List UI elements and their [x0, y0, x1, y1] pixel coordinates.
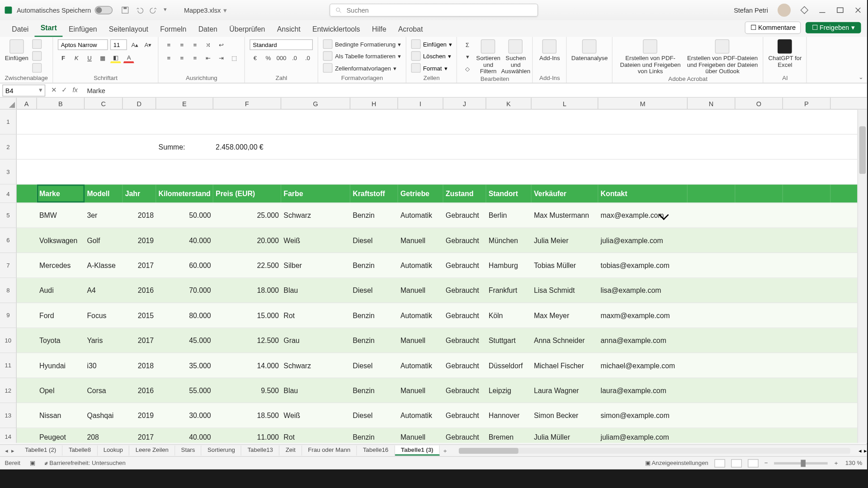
decrease-font-icon[interactable]: A▾ [142, 39, 153, 50]
cell[interactable] [735, 110, 783, 134]
view-pagebreak-icon[interactable] [748, 459, 759, 467]
cell[interactable]: Köln [486, 303, 531, 328]
col-header-H[interactable]: H [350, 98, 398, 109]
freigeben-button[interactable]: ☐ Freigeben▾ [806, 22, 861, 33]
cell[interactable] [37, 110, 85, 134]
hscroll-right-icon[interactable]: ▸ [864, 447, 867, 454]
cell[interactable] [398, 160, 443, 184]
cell[interactable]: 2016 [123, 378, 156, 403]
cell[interactable] [688, 135, 735, 159]
cell[interactable] [17, 378, 37, 403]
cell[interactable] [213, 160, 281, 184]
cell[interactable] [281, 110, 350, 134]
col-header-P[interactable]: P [783, 98, 830, 109]
cell[interactable]: i30 [85, 353, 123, 378]
cell[interactable] [123, 160, 156, 184]
cell[interactable] [17, 185, 37, 203]
zoom-slider[interactable] [774, 462, 828, 464]
cell[interactable]: 18.500 [213, 403, 281, 427]
cell[interactable]: 2017 [123, 428, 156, 443]
cell[interactable] [688, 403, 735, 427]
cell[interactable] [783, 378, 830, 403]
cell[interactable]: Benzin [350, 328, 398, 352]
col-header-N[interactable]: N [688, 98, 735, 109]
row-header-5[interactable]: 5 [0, 203, 17, 228]
pdf-share-link-button[interactable]: Erstellen von PDF-Dateien und Freigeben … [618, 39, 683, 75]
cell[interactable]: 70.000 [156, 278, 213, 303]
cell[interactable]: Blau [281, 278, 350, 303]
cell[interactable] [350, 110, 398, 134]
zoom-value[interactable]: 130 % [845, 460, 862, 466]
cell[interactable]: 80.000 [156, 303, 213, 328]
conditional-format-button[interactable]: Bedingte Formatierung ▾ [323, 39, 401, 49]
cell[interactable] [281, 160, 350, 184]
cell[interactable]: Gebraucht [443, 428, 486, 443]
tab-ansicht[interactable]: Ansicht [271, 22, 307, 37]
search-box[interactable] [329, 4, 538, 17]
cell[interactable] [17, 403, 37, 427]
cell[interactable] [598, 160, 688, 184]
border-icon[interactable]: ▦ [97, 52, 108, 63]
tab-einfuegen[interactable]: Einfügen [63, 22, 103, 37]
cell[interactable] [783, 185, 830, 203]
format-painter-icon[interactable] [32, 63, 42, 73]
cell[interactable]: A4 [85, 278, 123, 303]
cell[interactable] [735, 278, 783, 303]
cell[interactable] [37, 160, 85, 184]
align-middle-icon[interactable]: ≡ [176, 39, 187, 50]
cell[interactable]: Anna Schneider [532, 328, 599, 352]
cell[interactable]: Toyota [37, 328, 85, 352]
sheet-tab[interactable]: Lookup [98, 446, 130, 455]
cell[interactable]: Kilometerstand [156, 185, 213, 203]
cell[interactable] [735, 253, 783, 277]
cell[interactable] [783, 303, 830, 328]
cell[interactable]: 60.000 [156, 253, 213, 277]
number-format-combo[interactable]: Standard [250, 39, 313, 50]
cell[interactable] [735, 403, 783, 427]
cell[interactable] [783, 135, 830, 159]
cell[interactable] [688, 303, 735, 328]
italic-icon[interactable]: K [71, 52, 82, 63]
cell[interactable]: tobias@example.com [598, 253, 688, 277]
paste-button[interactable]: Einfügen [5, 39, 29, 61]
cell[interactable]: Julia Meier [532, 228, 599, 253]
zoom-in-icon[interactable]: ＋ [833, 459, 839, 467]
cell[interactable]: 2019 [123, 403, 156, 427]
cell[interactable]: 18.000 [213, 278, 281, 303]
cell[interactable]: BMW [37, 203, 85, 227]
bold-icon[interactable]: F [58, 52, 69, 63]
cell[interactable]: Mercedes [37, 253, 85, 277]
cell[interactable]: Opel [37, 378, 85, 403]
col-header-M[interactable]: M [598, 98, 688, 109]
cell[interactable]: Gebraucht [443, 303, 486, 328]
cell[interactable]: Yaris [85, 328, 123, 352]
cell[interactable] [156, 160, 213, 184]
cell[interactable] [443, 160, 486, 184]
row-header-11[interactable]: 11 [0, 353, 17, 378]
cell[interactable] [281, 135, 350, 159]
tab-daten[interactable]: Daten [192, 22, 223, 37]
cell[interactable] [85, 135, 123, 159]
row-header-8[interactable]: 8 [0, 278, 17, 303]
cell[interactable]: Nissan [37, 403, 85, 427]
row-header-3[interactable]: 3 [0, 160, 17, 184]
cell[interactable] [783, 110, 830, 134]
cell[interactable]: Berlin [486, 203, 531, 227]
cell[interactable]: 2015 [123, 303, 156, 328]
cell[interactable]: 20.000 [213, 228, 281, 253]
cell[interactable]: 30.000 [156, 403, 213, 427]
cut-icon[interactable] [32, 39, 42, 49]
cell[interactable]: simon@example.com [598, 403, 688, 427]
pdf-share-outlook-button[interactable]: Erstellen von PDF-Dateien und Freigeben … [687, 39, 758, 75]
fill-color-icon[interactable]: ◧ [110, 52, 121, 63]
tab-hilfe[interactable]: Hilfe [366, 22, 392, 37]
tab-entwicklertools[interactable]: Entwicklertools [307, 22, 366, 37]
cell[interactable] [17, 278, 37, 303]
cell[interactable]: 11.000 [213, 428, 281, 443]
cell[interactable]: maxm@example.com [598, 303, 688, 328]
cell[interactable]: juliam@example.com [598, 428, 688, 443]
cell[interactable]: Düsseldorf [486, 353, 531, 378]
cell[interactable] [735, 328, 783, 352]
cell[interactable] [688, 160, 735, 184]
cell[interactable]: Frankfurt [486, 278, 531, 303]
